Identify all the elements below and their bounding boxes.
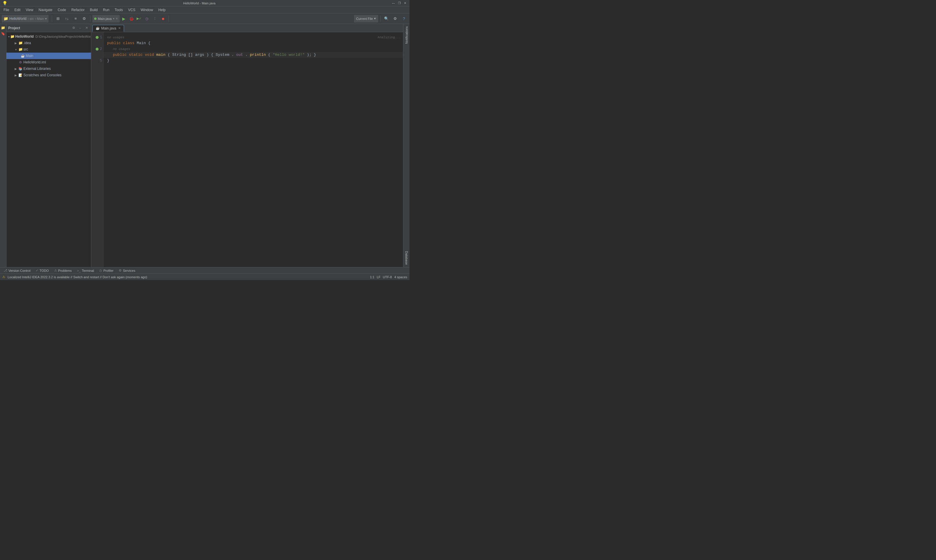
menu-code[interactable]: Code [55,7,68,12]
database-panel-toggle[interactable]: Database [404,249,409,267]
toolbar: 📁 HelloWorld › src › Main ▾ ⊞ ↑↓ ≡ ⚙ Mai… [0,14,410,24]
java-file-icon: ☕ [20,54,25,58]
version-control-icon: ⎇ [3,269,7,272]
run-gutter-2[interactable] [96,48,99,51]
menu-tools[interactable]: Tools [112,7,125,12]
editor-tab-main[interactable]: ☕ Main.java ✕ [93,25,124,32]
structure-icon[interactable]: ⊞ [54,15,62,23]
tree-label-src: src [23,47,28,51]
search-everywhere-icon[interactable]: 🔍 [382,15,390,23]
tree-arrow-scratches: ▶ [14,73,17,77]
menu-vcs[interactable]: VCS [126,7,138,12]
notifications-panel-toggle[interactable]: Notifications [404,24,409,46]
cursor-position[interactable]: 1:1 [370,275,375,279]
status-bar: ⚠ Localized IntelliJ IDEA 2022.3.2 is av… [0,274,410,280]
bottom-tab-problems-label: Problems [58,269,72,272]
run-config-close-icon[interactable]: ✕ [116,17,118,20]
tree-arrow-external-libs: ▶ [14,67,17,71]
project-chevron-icon: ▾ [45,17,47,21]
var-args: args [195,52,204,57]
toolbar-sep-4 [380,16,381,22]
menu-edit[interactable]: Edit [12,7,23,12]
tree-arrow-project-root: ▾ [8,35,10,38]
settings-gear-icon[interactable]: ⚙ [392,15,399,23]
bottom-tab-version-control-label: Version Control [8,269,31,272]
settings-icon[interactable]: ⚙ [80,15,88,23]
project-gear-icon[interactable]: ⚙ [71,25,76,31]
profiler-button[interactable]: ◷ [143,15,150,22]
toolbar-sep-3 [168,16,169,22]
iml-file-icon: ⚙ [18,60,23,65]
file-encoding[interactable]: UTF-8 [383,275,392,279]
indent-setting[interactable]: 4 spaces [394,275,407,279]
project-selector[interactable]: 📁 HelloWorld › src › Main ▾ [2,15,49,23]
toolbar-sep-1 [52,16,52,22]
punc-close-brace: } [107,58,109,63]
problems-icon: ⚠ [54,269,57,272]
navigate-back-icon[interactable]: ↑↓ [63,15,71,23]
run-config-name: Main.java [98,17,111,20]
editor-area: ☕ Main.java ✕ 1 2 5 [91,24,403,267]
more-run-actions-icon[interactable]: ⋮ [151,15,159,23]
tree-item-scratches[interactable]: ▶ 📝 Scratches and Consoles [6,72,91,78]
bottom-panel: ⎇ Version Control ✓ TODO ⚠ Problems >_ T… [0,267,410,274]
tree-item-main[interactable]: ☕ Main [6,52,91,59]
tree-item-idea[interactable]: ▶ 📁 .idea [6,40,91,46]
bottom-tab-todo-label: TODO [40,269,49,272]
navigate-list-icon[interactable]: ≡ [72,15,79,23]
project-collapse-icon[interactable]: − [77,25,83,31]
menu-refactor[interactable]: Refactor [69,7,87,12]
punc-dot-2: . [245,52,248,57]
maximize-button[interactable]: ❐ [397,1,401,5]
project-folder-icon: 📁 [3,16,8,21]
line-num-5: 5 [93,58,102,64]
run-gutter-1[interactable] [96,36,99,39]
kw-static: static [129,52,145,57]
current-file-chevron-icon: ▾ [374,17,376,20]
tree-arrow-src: ▾ [14,48,17,51]
terminal-icon: >_ [77,269,81,272]
tree-label-project-path: D:\DingJiaxiong\IdeaProjects\HelloWor... [35,35,91,38]
tree-item-src[interactable]: ▾ 📁 src [6,46,91,52]
stop-button[interactable]: ■ [160,15,167,22]
tree-label-project-root: HelloWorld [15,34,34,38]
profiler-icon: ◷ [99,269,102,272]
menu-help[interactable]: Help [156,7,168,12]
project-panel-header: Project ⚙ − ✕ [6,24,91,32]
debug-button[interactable]: 🐞 [128,15,135,22]
minimize-button[interactable]: — [392,1,395,5]
project-close-icon[interactable]: ✕ [84,25,89,31]
run-with-coverage-button[interactable]: ▶✓ [136,15,142,22]
code-content[interactable]: no usages public class Main { no usages … [103,32,403,267]
line-ending[interactable]: LF [377,275,381,279]
tree-item-iml[interactable]: ⚙ HelloWorld.iml [6,59,91,65]
tree-item-project-root[interactable]: ▾ 📁 HelloWorld D:\DingJiaxiong\IdeaProje… [6,33,91,40]
tree-item-external-libs[interactable]: ▶ 📚 External Libraries [6,65,91,72]
bottom-tab-todo[interactable]: ✓ TODO [33,268,51,274]
menu-run[interactable]: Run [100,7,112,12]
tab-close-main[interactable]: ✕ [118,26,121,30]
current-file-button[interactable]: Current File ▾ [354,15,378,23]
bookmarks-panel-toggle[interactable]: 🔖 [1,31,6,36]
bottom-tab-version-control[interactable]: ⎇ Version Control [1,268,33,274]
run-config-dot [94,17,97,20]
run-config-selector[interactable]: Main.java ▾ ✕ [93,15,119,23]
menu-file[interactable]: File [1,7,11,12]
bottom-tab-terminal[interactable]: >_ Terminal [75,268,96,274]
menu-build[interactable]: Build [88,7,100,12]
bottom-tab-problems[interactable]: ⚠ Problems [52,268,74,274]
menu-navigate[interactable]: Navigate [36,7,55,12]
menu-view[interactable]: View [23,7,36,12]
status-update-message[interactable]: Localized IntelliJ IDEA 2022.3.2 is avai… [8,275,147,279]
run-button[interactable]: ▶ [121,15,127,22]
project-panel-title: Project [8,26,70,30]
close-button[interactable]: ✕ [403,1,407,5]
bottom-tab-services[interactable]: ⚙ Services [116,268,137,274]
help-icon[interactable]: ? [400,15,408,23]
menu-window[interactable]: Window [138,7,156,12]
window-title: HelloWorld - Main.java [7,2,392,5]
project-panel-toggle[interactable]: 📁 [1,25,6,31]
services-icon: ⚙ [119,269,122,272]
bottom-tab-profiler[interactable]: ◷ Profiler [97,268,116,274]
menu-bar: File Edit View Navigate Code Refactor Bu… [0,6,410,14]
